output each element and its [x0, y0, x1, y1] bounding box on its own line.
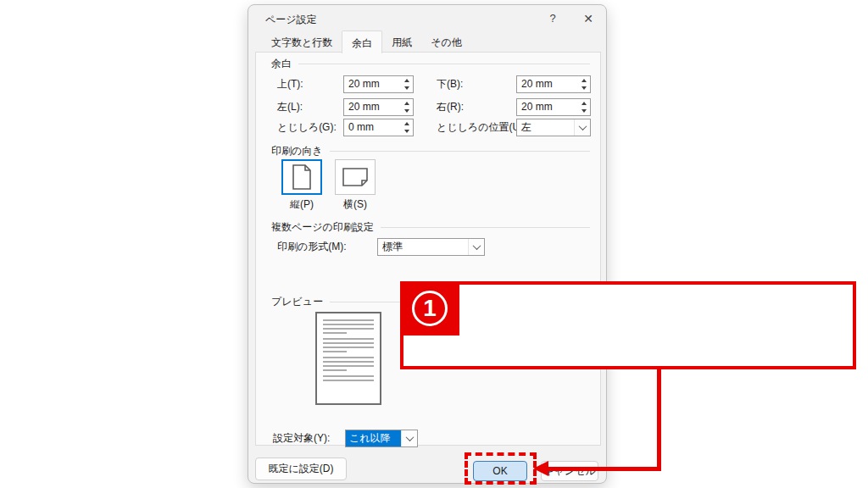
- chevron-down-icon: [574, 119, 590, 136]
- margins-group-title: 余白: [271, 57, 292, 71]
- tab-chars-and-lines[interactable]: 文字数と行数: [262, 32, 342, 53]
- print-format-dropdown[interactable]: 標準: [377, 238, 485, 256]
- print-format-label: 印刷の形式(M):: [277, 238, 347, 256]
- landscape-label: 横(S): [335, 197, 376, 212]
- gutter-spinner: [400, 119, 413, 136]
- help-icon[interactable]: ?: [545, 11, 560, 26]
- group-divider: [381, 227, 590, 228]
- spin-down-icon[interactable]: [400, 85, 413, 93]
- close-icon[interactable]: ✕: [581, 11, 596, 26]
- tab-panel: 余白 上(T): 20 mm 下(B): 20 mm 左(L):: [255, 52, 601, 446]
- spin-down-icon[interactable]: [577, 108, 590, 116]
- portrait-label: 縦(P): [281, 197, 322, 212]
- dialog-title: ページ設定: [265, 13, 317, 27]
- margin-bottom-field[interactable]: 20 mm: [516, 75, 591, 93]
- margin-left-spinner: [400, 99, 413, 115]
- preview-page-thumbnail: [315, 312, 381, 405]
- orientation-group-header: 印刷の向き: [271, 144, 590, 158]
- margin-top-value: 20 mm: [344, 76, 400, 92]
- landscape-page-icon: [342, 167, 368, 187]
- gutter-value: 0 mm: [344, 119, 400, 136]
- chevron-down-icon: [401, 430, 417, 446]
- margin-right-value: 20 mm: [517, 99, 577, 115]
- margin-top-label: 上(T):: [277, 75, 303, 93]
- spin-up-icon[interactable]: [400, 76, 413, 85]
- circled-number-icon: 1: [412, 291, 448, 326]
- margin-right-label: 右(R):: [437, 98, 464, 116]
- margin-bottom-label: 下(B):: [437, 75, 463, 93]
- margin-left-field[interactable]: 20 mm: [343, 98, 414, 116]
- annotation-box: [OK]ボタンを クリックしてください。: [400, 281, 856, 369]
- spin-up-icon[interactable]: [400, 119, 413, 128]
- annotation-arrow-vertical: [657, 369, 661, 471]
- landscape-option[interactable]: [335, 159, 376, 195]
- margin-top-field[interactable]: 20 mm: [343, 75, 414, 93]
- tab-other[interactable]: その他: [421, 32, 471, 53]
- spin-up-icon[interactable]: [577, 99, 590, 108]
- apply-to-value: これ以降: [346, 430, 401, 446]
- margin-bottom-spinner: [577, 76, 590, 92]
- spin-up-icon[interactable]: [400, 99, 413, 108]
- print-format-value: 標準: [378, 239, 468, 255]
- tab-paper[interactable]: 用紙: [382, 32, 421, 53]
- margin-right-field[interactable]: 20 mm: [516, 98, 591, 116]
- chevron-down-icon: [468, 239, 484, 255]
- annotation-arrowhead-icon: [533, 461, 548, 476]
- apply-to-dropdown[interactable]: これ以降: [345, 430, 418, 447]
- margin-top-spinner: [400, 76, 413, 92]
- gutter-field[interactable]: 0 mm: [343, 119, 414, 136]
- margin-left-label: 左(L):: [277, 98, 303, 116]
- spin-up-icon[interactable]: [577, 76, 590, 85]
- ok-highlight-dashed-box: [465, 452, 537, 485]
- margin-bottom-value: 20 mm: [517, 76, 577, 92]
- spin-down-icon[interactable]: [400, 128, 413, 136]
- screenshot-canvas: ページ設定 ? ✕ 文字数と行数 余白 用紙 その他 余白 上(T): 20 m…: [0, 0, 868, 488]
- pages-group-title: 複数ページの印刷設定: [271, 220, 374, 235]
- gutter-label: とじしろ(G):: [277, 119, 337, 136]
- gutter-position-label: とじしろの位置(U):: [437, 119, 526, 136]
- orientation-group-title: 印刷の向き: [271, 144, 323, 158]
- tab-margins[interactable]: 余白: [342, 30, 382, 53]
- pages-group-header: 複数ページの印刷設定: [271, 220, 590, 235]
- portrait-page-icon: [292, 164, 312, 190]
- gutter-position-dropdown[interactable]: 左: [516, 119, 591, 136]
- margins-group-header: 余白: [271, 57, 590, 71]
- annotation-arrow-horizontal: [548, 467, 660, 471]
- spin-down-icon[interactable]: [577, 85, 590, 93]
- page-setup-dialog: ページ設定 ? ✕ 文字数と行数 余白 用紙 その他 余白 上(T): 20 m…: [248, 4, 607, 484]
- margin-right-spinner: [577, 99, 590, 115]
- apply-to-label: 設定対象(Y):: [273, 430, 330, 447]
- margin-left-value: 20 mm: [344, 99, 400, 115]
- portrait-option[interactable]: [281, 159, 322, 195]
- step-number: 1: [423, 297, 437, 320]
- group-divider: [330, 151, 590, 152]
- group-divider: [298, 64, 590, 64]
- tab-strip: 文字数と行数 余白 用紙 その他: [262, 32, 471, 53]
- preview-group-title: プレビュー: [271, 295, 323, 309]
- step-badge: 1: [400, 281, 459, 336]
- spin-down-icon[interactable]: [400, 108, 413, 116]
- gutter-position-value: 左: [517, 119, 574, 136]
- cancel-button[interactable]: キャンセル: [541, 461, 598, 481]
- set-default-button[interactable]: 既定に設定(D): [255, 458, 347, 480]
